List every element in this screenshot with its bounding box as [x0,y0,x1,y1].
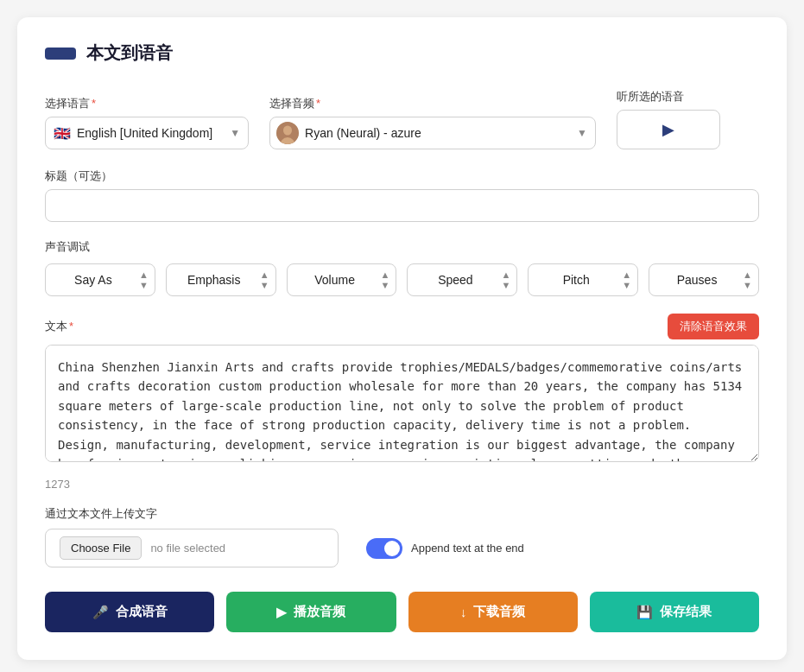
main-card: 本文到语音 选择语言* 🇬🇧 English [United Kingdom] … [17,17,787,660]
append-label: Append text at the end [411,542,524,555]
voice-adjust-label: 声音调试 [45,239,759,255]
voice-select-wrapper: Ryan (Neural) - azure Emma (Neural) - az… [269,117,596,149]
voice-label: 选择音频* [269,96,596,111]
play-audio-button[interactable]: ▶ 播放音频 [226,592,396,632]
file-input-wrapper: Choose File no file selected [45,529,339,567]
save-button[interactable]: 💾 保存结果 [590,592,759,632]
listen-button[interactable]: ▶ [617,110,720,149]
top-controls-row: 选择语言* 🇬🇧 English [United Kingdom] Chines… [45,89,759,149]
language-select[interactable]: English [United Kingdom] Chinese (Mandar… [45,117,249,149]
page-title: 本文到语音 [86,41,173,65]
mic-icon: 🎤 [92,605,109,620]
clear-effects-button[interactable]: 清除语音效果 [668,314,759,339]
download-icon: ↓ [460,605,467,619]
text-textarea[interactable]: China Shenzhen Jianxin Arts and crafts p… [45,345,759,462]
speed-wrapper: Speed Fast Medium Slow x-fast x-slow ▲▼ [407,263,517,296]
voice-select[interactable]: Ryan (Neural) - azure Emma (Neural) - az… [269,117,596,149]
volume-select[interactable]: Volume Loud Medium Soft x-loud x-soft [287,263,397,296]
title-section: 标题（可选） [45,168,759,222]
choose-file-button[interactable]: Choose File [60,536,142,560]
language-label: 选择语言* [45,96,249,111]
language-select-wrapper: 🇬🇧 English [United Kingdom] Chinese (Man… [45,117,249,149]
pitch-select[interactable]: Pitch High Medium Low x-high x-low [528,263,638,296]
append-row: Append text at the end [366,538,524,559]
voice-adjust-row: Say As Normal Spell-out Cardinal ▲▼ Emph… [45,263,759,296]
pitch-wrapper: Pitch High Medium Low x-high x-low ▲▼ [528,263,638,296]
say-as-wrapper: Say As Normal Spell-out Cardinal ▲▼ [45,263,155,296]
play-label: 播放音频 [294,604,345,620]
upload-label: 通过文本文件上传文字 [45,506,759,522]
append-toggle[interactable] [366,538,402,559]
say-as-select[interactable]: Say As Normal Spell-out Cardinal [45,263,155,296]
pauses-wrapper: Pauses None Weak Medium Strong x-strong … [649,263,759,296]
upload-row: Choose File no file selected Append text… [45,529,759,567]
toggle-knob [384,541,400,556]
speed-select[interactable]: Speed Fast Medium Slow x-fast x-slow [407,263,517,296]
listen-group: 听所选的语音 ▶ [617,89,759,149]
upload-section: 通过文本文件上传文字 Choose File no file selected … [45,506,759,567]
listen-label: 听所选的语音 [617,89,759,105]
header: 本文到语音 [45,41,759,65]
save-icon: 💾 [636,605,653,620]
pauses-select[interactable]: Pauses None Weak Medium Strong x-strong [649,263,759,296]
play-icon: ▶ [662,120,674,139]
text-section: 文本* 清除语音效果 China Shenzhen Jianxin Arts a… [45,314,759,466]
voice-adjust-section: 声音调试 Say As Normal Spell-out Cardinal ▲▼… [45,239,759,296]
synth-button[interactable]: 🎤 合成语音 [45,592,214,632]
save-label: 保存结果 [660,604,712,620]
char-count: 1273 [45,478,759,491]
emphasis-select[interactable]: Emphasis Strong Moderate None Reduced [166,263,276,296]
download-button[interactable]: ↓ 下载音频 [408,592,578,632]
text-header: 文本* 清除语音效果 [45,314,759,339]
title-input[interactable] [45,189,759,222]
text-label: 文本* [45,319,73,334]
volume-wrapper: Volume Loud Medium Soft x-loud x-soft ▲▼ [287,263,397,296]
play-audio-icon: ▶ [276,605,287,620]
download-label: 下载音频 [473,604,525,620]
voice-group: 选择音频* Ryan (Neural) - azure Emma (Neural… [269,96,596,149]
emphasis-wrapper: Emphasis Strong Moderate None Reduced ▲▼ [166,263,276,296]
title-label: 标题（可选） [45,168,759,184]
header-icon [45,48,76,60]
action-row: 🎤 合成语音 ▶ 播放音频 ↓ 下载音频 💾 保存结果 [45,592,759,632]
synth-label: 合成语音 [116,604,168,620]
language-group: 选择语言* 🇬🇧 English [United Kingdom] Chines… [45,96,249,149]
file-name-label: no file selected [150,542,225,555]
